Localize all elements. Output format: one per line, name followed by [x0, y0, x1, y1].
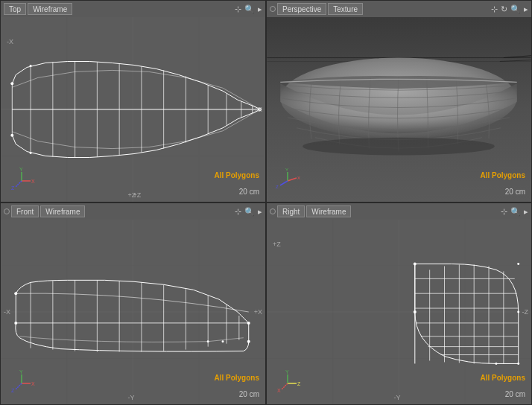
- svg-text:Y: Y: [285, 168, 288, 172]
- right-zoom-icon[interactable]: 🔍: [510, 207, 521, 217]
- persp-move-icon[interactable]: ⊹: [491, 4, 498, 14]
- top-scale-label: 20 cm: [239, 188, 259, 196]
- viewport-top-mode-btn[interactable]: Wireframe: [28, 3, 72, 15]
- front-axis-z-label: -Y: [127, 394, 134, 401]
- svg-text:X: X: [31, 381, 35, 386]
- viewport-perspective-name-btn[interactable]: Perspective: [277, 3, 326, 15]
- viewport-top-header: Top Wireframe ⊹ 🔍 ▸: [1, 1, 265, 17]
- svg-point-96: [517, 263, 519, 265]
- front-axis-neg-x-label: -X: [4, 308, 10, 316]
- front-more-icon[interactable]: ▸: [258, 207, 262, 217]
- svg-point-21: [10, 134, 13, 137]
- svg-point-63: [14, 322, 17, 325]
- svg-point-99: [495, 363, 497, 365]
- viewport-front-name-btn[interactable]: Front: [11, 205, 39, 217]
- right-all-polygons-label: All Polygons: [480, 374, 525, 382]
- svg-point-64: [247, 322, 250, 325]
- svg-text:Z: Z: [11, 185, 15, 191]
- viewport-perspective-mode-btn[interactable]: Texture: [328, 3, 363, 15]
- move-icon[interactable]: ⊹: [235, 4, 241, 14]
- viewport-right-mode-btn[interactable]: Wireframe: [306, 205, 351, 217]
- svg-line-70: [16, 383, 22, 389]
- viewport-grid: Top Wireframe ⊹ 🔍 ▸: [0, 0, 532, 405]
- front-dot: [4, 208, 10, 214]
- axes-widget-perspective: X Y Z: [274, 168, 301, 194]
- front-zoom-icon[interactable]: 🔍: [244, 207, 255, 217]
- svg-point-24: [30, 152, 32, 154]
- front-move-icon[interactable]: ⊹: [235, 207, 241, 217]
- svg-point-35: [303, 138, 495, 156]
- svg-point-97: [517, 311, 519, 313]
- viewport-right-header: Right Wireframe ⊹ 🔍 ▸: [267, 203, 531, 220]
- svg-point-66: [207, 340, 209, 342]
- svg-point-98: [517, 363, 519, 365]
- svg-point-23: [30, 65, 32, 67]
- right-scale-label: 20 cm: [505, 390, 525, 398]
- axis-bottom-label: +Z: [127, 191, 136, 199]
- perspective-scale-label: 20 cm: [505, 188, 525, 196]
- svg-text:Z: Z: [297, 381, 301, 386]
- viewport-front-header: Front Wireframe ⊹ 🔍 ▸: [1, 203, 265, 220]
- persp-refresh-icon[interactable]: ↻: [501, 4, 507, 14]
- viewport-perspective: Perspective Texture ⊹ ↻ 🔍 ▸: [266, 0, 532, 202]
- right-move-icon[interactable]: ⊹: [501, 207, 507, 217]
- svg-point-95: [414, 310, 417, 313]
- axis-neg-x-label: -X: [7, 38, 13, 45]
- perspective-all-polygons-label: All Polygons: [480, 171, 525, 179]
- svg-point-20: [10, 82, 13, 85]
- right-dot: [270, 208, 276, 214]
- svg-line-102: [282, 383, 288, 389]
- axes-widget-right: Z Y X: [274, 370, 301, 397]
- svg-text:Z: Z: [276, 185, 279, 189]
- axes-widget-front: X Y Z: [8, 370, 35, 397]
- svg-text:Y: Y: [19, 370, 23, 374]
- svg-text:X: X: [31, 179, 35, 184]
- right-more-icon[interactable]: ▸: [524, 207, 528, 217]
- axis-right-label: +X: [254, 106, 262, 113]
- viewport-right: Right Wireframe ⊹ 🔍 ▸: [266, 202, 532, 405]
- viewport-top-name-btn[interactable]: Top: [4, 3, 26, 15]
- front-scale-label: 20 cm: [239, 390, 259, 398]
- svg-line-38: [288, 178, 297, 181]
- svg-text:Y: Y: [19, 168, 23, 172]
- svg-point-65: [247, 340, 250, 343]
- viewport-front: Front Wireframe ⊹ 🔍 ▸: [0, 202, 266, 405]
- svg-text:Z: Z: [11, 388, 15, 393]
- viewport-front-mode-btn[interactable]: Wireframe: [40, 205, 85, 217]
- top-all-polygons-label: All Polygons: [214, 171, 259, 179]
- front-all-polygons-label: All Polygons: [214, 374, 259, 382]
- svg-point-94: [414, 263, 417, 266]
- viewport-top: Top Wireframe ⊹ 🔍 ▸: [0, 0, 266, 202]
- viewport-right-name-btn[interactable]: Right: [277, 205, 305, 217]
- axes-widget-top: X Y Z: [8, 168, 35, 194]
- viewport-perspective-header: Perspective Texture ⊹ ↻ 🔍 ▸: [267, 1, 531, 17]
- right-axis-neg-z-label: -Z: [522, 308, 529, 316]
- svg-line-27: [16, 181, 22, 187]
- zoom-icon[interactable]: 🔍: [244, 4, 255, 14]
- perspective-dot: [270, 6, 276, 12]
- svg-text:X: X: [297, 176, 300, 180]
- svg-line-40: [280, 181, 288, 185]
- svg-text:Y: Y: [285, 370, 289, 374]
- front-axis-x-label: +X: [254, 308, 262, 316]
- right-axis-z-label: +Z: [273, 240, 281, 248]
- persp-more-icon[interactable]: ▸: [524, 4, 528, 14]
- more-icon[interactable]: ▸: [258, 4, 262, 14]
- persp-zoom-icon[interactable]: 🔍: [510, 4, 521, 14]
- svg-text:X: X: [277, 388, 281, 393]
- svg-point-67: [222, 340, 224, 342]
- svg-point-62: [14, 292, 17, 295]
- right-axis-neg-y-label: -Y: [393, 394, 400, 401]
